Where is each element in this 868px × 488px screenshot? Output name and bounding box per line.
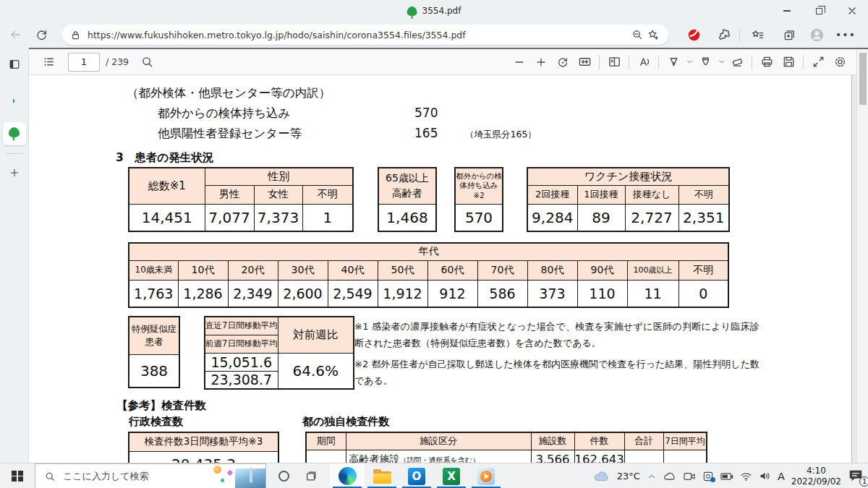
- cortana-button[interactable]: [269, 463, 298, 488]
- favorites-bar-icon[interactable]: [749, 27, 765, 43]
- minimize-button[interactable]: [770, 0, 803, 22]
- read-aloud-icon[interactable]: [633, 51, 655, 73]
- cell: 2,351: [678, 204, 729, 231]
- weather-cloud-icon[interactable]: [593, 470, 610, 483]
- note-2: ※2 都外居住者が自己採取し郵送した検体を都内医療機関で検査を行った結果、陽性判…: [354, 356, 760, 390]
- breakdown-row1-label: 都外からの検体持ち込み: [158, 106, 290, 121]
- cell: 110: [577, 280, 627, 307]
- page-number-input[interactable]: 1: [68, 53, 100, 72]
- excel-icon: X: [443, 468, 460, 485]
- minimize-icon: [783, 10, 791, 12]
- erase-icon[interactable]: [726, 51, 748, 73]
- address-bar[interactable]: https://www.fukushihoken.metro.tokyo.lg.…: [62, 25, 668, 45]
- back-button[interactable]: [7, 27, 23, 43]
- cell: 15,051.6: [205, 353, 278, 371]
- cell: 2,349: [228, 280, 278, 307]
- taskbar-outlook-button[interactable]: O: [399, 463, 434, 488]
- taskbar-file-explorer-button[interactable]: [365, 463, 399, 488]
- onedrive-icon[interactable]: [663, 471, 676, 481]
- search-document-icon[interactable]: [136, 51, 158, 73]
- cortana-icon: [278, 471, 289, 481]
- search-highlights-art[interactable]: [209, 464, 265, 488]
- hidden-icons-chevron[interactable]: [647, 471, 657, 481]
- file-explorer-icon: [373, 471, 391, 484]
- cell: 11: [627, 280, 678, 307]
- maximize-button[interactable]: [803, 0, 835, 22]
- tab-2-ginkgo-active[interactable]: [3, 122, 26, 145]
- cell: [624, 450, 663, 463]
- reference-title: 【参考】検査件数: [116, 398, 206, 414]
- toolbar-divider: [739, 28, 740, 41]
- wifi-icon[interactable]: [740, 471, 752, 481]
- meet-now-icon[interactable]: [683, 471, 696, 481]
- cell: 586: [477, 280, 527, 307]
- scrollbar-thumb[interactable]: [859, 53, 867, 105]
- vertical-tabs-icon[interactable]: [8, 58, 21, 74]
- more-menu-icon[interactable]: •••: [838, 27, 854, 43]
- page-view-icon[interactable]: [603, 51, 625, 73]
- pdf-toolbar: 1 / 239: [29, 48, 868, 75]
- expand-icon[interactable]: [807, 51, 829, 73]
- print-icon[interactable]: [756, 51, 778, 73]
- settings-gear-icon[interactable]: [829, 51, 851, 73]
- pdf-viewport[interactable]: （都外検体・他県センター等の内訳） 都外からの検体持ち込み 570 他県陽性者登…: [29, 75, 868, 463]
- highlight-icon[interactable]: [694, 51, 716, 73]
- url-text[interactable]: https://www.fukushihoken.metro.tokyo.lg.…: [88, 30, 629, 40]
- extension-trendmicro-icon[interactable]: [686, 27, 702, 43]
- cell: 不明: [678, 260, 728, 280]
- cell: 3,566: [531, 450, 574, 463]
- cell: 男性: [205, 185, 254, 204]
- profile-avatar[interactable]: [809, 27, 825, 43]
- battery-icon[interactable]: [720, 472, 733, 481]
- task-view-button[interactable]: [297, 463, 326, 488]
- draw-chevron-down-icon[interactable]: [684, 54, 694, 70]
- cell: 70代: [477, 260, 527, 280]
- highlight-chevron-down-icon[interactable]: [716, 54, 726, 70]
- collections-icon[interactable]: [781, 27, 797, 43]
- cell: 9,284: [527, 204, 577, 231]
- cell: 89: [577, 204, 625, 231]
- action-center-button[interactable]: 1: [848, 468, 865, 484]
- refresh-button[interactable]: [33, 27, 49, 43]
- taskbar-excel-button[interactable]: X: [434, 463, 469, 488]
- extensions-icon[interactable]: [716, 27, 732, 43]
- cell: 30代: [278, 260, 328, 280]
- taskbar-edge-button[interactable]: [330, 463, 365, 488]
- tab-1-ginkgo[interactable]: [9, 100, 20, 111]
- zoom-out-button[interactable]: [509, 51, 530, 73]
- temperature-label[interactable]: 23°C: [617, 471, 640, 481]
- zoom-out-page-icon[interactable]: [629, 27, 645, 43]
- cell: 施設区分: [346, 432, 531, 450]
- zoom-in-button[interactable]: [530, 51, 552, 73]
- taskbar-media-player-button[interactable]: [469, 463, 503, 488]
- rotate-icon[interactable]: [552, 51, 574, 73]
- close-button[interactable]: [835, 0, 868, 22]
- sync-status-icon[interactable]: [702, 471, 714, 482]
- time-label: 4:10: [791, 466, 841, 476]
- cell: 不明: [302, 185, 353, 204]
- breakdown-title: （都外検体・他県センター等の内訳）: [127, 85, 331, 101]
- save-icon[interactable]: [778, 51, 799, 73]
- breakdown-row1-value: 570: [414, 106, 438, 120]
- taskbar-clock[interactable]: 4:102022/09/02: [791, 466, 841, 487]
- cell: 期間: [306, 432, 346, 450]
- system-tray: 23°C A 4:102022/09/02 1: [593, 463, 865, 488]
- table-of-contents-icon[interactable]: [38, 51, 59, 73]
- breakdown-row2-value: 165: [414, 126, 438, 140]
- taskbar-search-box[interactable]: ここに入力して検索: [35, 463, 266, 488]
- active-tab-title: 3554.pdf: [407, 0, 461, 22]
- cell: 0: [678, 280, 728, 307]
- cell: 90代: [577, 260, 627, 280]
- new-tab-button[interactable]: [7, 165, 22, 181]
- fit-to-width-icon[interactable]: [574, 51, 595, 73]
- draw-icon[interactable]: [663, 51, 684, 73]
- cell: 162,643: [574, 450, 624, 463]
- vertical-tab-strip: [0, 48, 29, 463]
- add-favorite-icon[interactable]: [645, 27, 661, 43]
- task-view-icon: [305, 470, 318, 483]
- start-button[interactable]: [0, 463, 35, 488]
- cell: 1,763: [129, 280, 178, 307]
- volume-icon[interactable]: [759, 471, 771, 481]
- pdf-scrollbar[interactable]: [856, 49, 868, 463]
- ime-mode-indicator[interactable]: A: [778, 471, 785, 482]
